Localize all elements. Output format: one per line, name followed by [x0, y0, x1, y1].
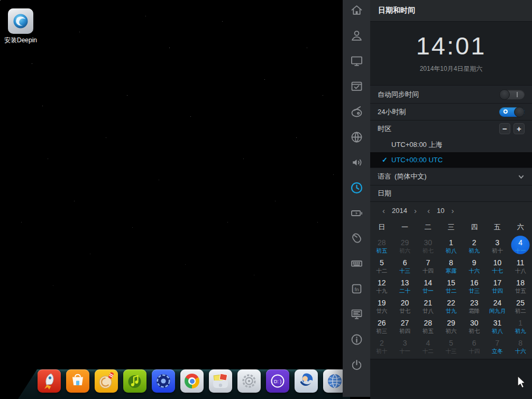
sidebar-item-network[interactable]: [343, 124, 370, 150]
calendar-day[interactable]: 24闰九月: [486, 296, 509, 316]
calendar-day[interactable]: 8寒露: [439, 256, 463, 276]
remove-timezone-button[interactable]: −: [499, 123, 510, 134]
sidebar-item-default-apps[interactable]: [343, 74, 370, 99]
calendar-day[interactable]: 8十六: [509, 336, 532, 356]
calendar-day[interactable]: 7立冬: [486, 336, 509, 356]
display-icon: [350, 54, 364, 68]
timezone-option[interactable]: UTC+08:00 上海: [370, 137, 532, 152]
prev-month-button[interactable]: ‹: [425, 206, 433, 215]
day-number: 20: [393, 299, 417, 308]
language-row[interactable]: 语言 (简体中文): [370, 168, 532, 185]
calendar-day[interactable]: 6十四: [463, 336, 486, 356]
sidebar-item-account[interactable]: [343, 23, 370, 49]
day-lunar-label: 初八: [439, 247, 463, 254]
day-lunar-label: 初七: [416, 247, 439, 254]
sidebar-item-date-time[interactable]: [343, 175, 370, 200]
day-lunar-label: 初十: [486, 247, 509, 254]
next-year-button[interactable]: ›: [411, 206, 419, 215]
dock-item-movie-player[interactable]: [152, 369, 175, 393]
dock-item-system-tool[interactable]: [237, 369, 261, 393]
calendar-day[interactable]: 15廿二: [439, 276, 463, 296]
sidebar-item-shortcuts[interactable]: fn: [343, 276, 370, 302]
sidebar-item-boot-menu[interactable]: [343, 302, 370, 327]
day-lunar-label: 十八: [509, 267, 532, 274]
calendar-day[interactable]: 3十一: [393, 336, 417, 356]
dock-item-app-store[interactable]: [66, 369, 89, 393]
calendar-day[interactable]: 28初五: [370, 236, 393, 256]
calendar-day[interactable]: 11十八: [509, 256, 532, 276]
calendar-day[interactable]: 12十九: [370, 276, 393, 296]
sidebar-item-shutdown[interactable]: [343, 352, 370, 377]
calendar-day[interactable]: 1初九: [509, 316, 532, 336]
calendar-day[interactable]: 17廿四: [486, 276, 509, 296]
prev-year-button[interactable]: ‹: [380, 206, 388, 215]
calendar-day[interactable]: 2初九: [463, 236, 486, 256]
day-number: 4: [509, 238, 532, 247]
day-number: 14: [416, 279, 439, 287]
calendar-day[interactable]: 19廿六: [370, 296, 393, 316]
sidebar-item-power[interactable]: [343, 200, 370, 226]
calendar-day[interactable]: 16廿三: [463, 276, 486, 296]
dock-item-launcher[interactable]: [38, 369, 61, 393]
day-number: 16: [463, 279, 486, 287]
calendar-day[interactable]: 22廿九: [439, 296, 463, 316]
next-month-button[interactable]: ›: [448, 206, 456, 215]
calendar-day[interactable]: 27初四: [393, 316, 417, 336]
dock-item-deepin-talk[interactable]: D: ): [266, 369, 289, 393]
calendar-day[interactable]: 30初七: [463, 316, 486, 336]
deepin-desktop: 安装Deepin D: ) fn 日期和时间 14:01 2014年10月4日星…: [0, 0, 532, 399]
sidebar-item-system-info[interactable]: [343, 327, 370, 352]
weekday-label: 五: [486, 222, 509, 232]
dock-item-chrome-browser[interactable]: [180, 369, 204, 393]
calendar-day[interactable]: 7十四: [416, 256, 439, 276]
sidebar-item-home[interactable]: [343, 0, 370, 23]
day-number: 2: [463, 238, 486, 247]
24-hour-label: 24小时制: [378, 107, 406, 117]
dock-item-music-player[interactable]: [123, 369, 146, 393]
account-icon: [350, 29, 364, 43]
day-number: 6: [393, 258, 417, 267]
auto-sync-toggle[interactable]: [499, 90, 525, 99]
install-deepin-shortcut[interactable]: 安装Deepin: [4, 8, 37, 45]
sidebar-item-keyboard[interactable]: [343, 251, 370, 276]
calendar-day[interactable]: 18廿五: [509, 276, 532, 296]
calendar-day[interactable]: 28初五: [416, 316, 439, 336]
add-timezone-button[interactable]: +: [513, 123, 525, 134]
calendar-day[interactable]: 31初八: [486, 316, 509, 336]
sidebar-item-sound[interactable]: [343, 150, 370, 175]
calendar-day[interactable]: 21廿八: [416, 296, 439, 316]
24-hour-toggle[interactable]: [499, 107, 525, 117]
calendar-day[interactable]: 4十一: [509, 236, 532, 256]
calendar-day[interactable]: 9十六: [463, 256, 486, 276]
calendar-day[interactable]: 13二十: [393, 276, 417, 296]
dock-item-game-center[interactable]: [95, 369, 118, 393]
boot-menu-icon: [350, 307, 364, 321]
sidebar-item-personalization[interactable]: [343, 99, 370, 125]
calendar-day[interactable]: 23霜降: [463, 296, 486, 316]
dock-item-thunderbird-mail[interactable]: [295, 369, 318, 393]
calendar-day[interactable]: 5十二: [370, 256, 393, 276]
day-number: 7: [486, 339, 509, 348]
calendar-day[interactable]: 20廿七: [393, 296, 417, 316]
calendar-day[interactable]: 14廿一: [416, 276, 439, 296]
calendar-day[interactable]: 2初十: [370, 336, 393, 356]
day-number: 24: [486, 299, 509, 308]
calendar-day[interactable]: 30初七: [416, 236, 439, 256]
calendar-day[interactable]: 26初三: [370, 316, 393, 336]
calendar-day[interactable]: 29初六: [439, 316, 463, 336]
calendar-day[interactable]: 6十三: [393, 256, 417, 276]
calendar-day[interactable]: 25初二: [509, 296, 532, 316]
sidebar-item-mouse[interactable]: [343, 226, 370, 251]
sidebar-item-display[interactable]: [343, 49, 370, 74]
day-lunar-label: 初六: [439, 328, 463, 335]
calendar-day[interactable]: 1初八: [439, 236, 463, 256]
calendar-day[interactable]: 5十三: [439, 336, 463, 356]
calendar-day[interactable]: 29初六: [393, 236, 417, 256]
calendar-day[interactable]: 10十七: [486, 256, 509, 276]
calendar-day[interactable]: 4十二: [416, 336, 439, 356]
dock-item-notes-album[interactable]: [209, 369, 232, 393]
calendar-day[interactable]: 3初十: [486, 236, 509, 256]
timezone-option[interactable]: ✓UTC+00:00 UTC: [370, 152, 532, 168]
control-center-sidebar: fn: [343, 0, 370, 397]
weekday-header: 日一二三四五六: [370, 219, 532, 236]
